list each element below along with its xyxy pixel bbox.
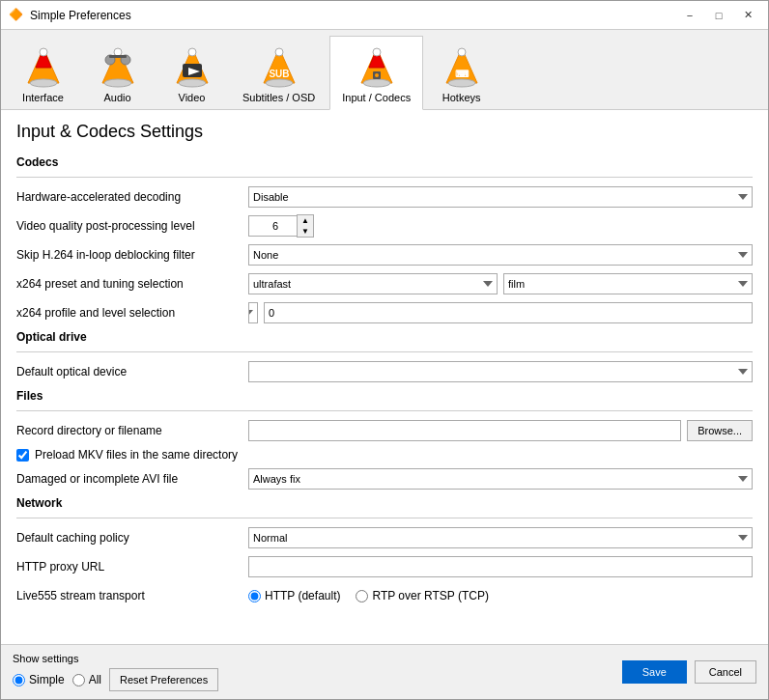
svg-point-16 [266,79,293,87]
page-title: Input & Codecs Settings [16,122,753,142]
skip-h264-select[interactable]: None Non-ref Bidir Non-key All [248,244,753,266]
live555-rtp-radio[interactable] [356,590,368,602]
tab-interface[interactable]: Interface [7,36,79,109]
http-proxy-label: HTTP proxy URL [16,560,248,574]
tab-subtitles[interactable]: SUB Subtitles / OSD [230,36,328,109]
quality-level-row: Video quality post-processing level ▲ ▼ [16,214,753,238]
x264-profile-row: x264 profile and level selection baselin… [16,301,753,324]
settings-radio-row: Simple All Reset Preferences [13,668,218,691]
svg-point-22 [373,48,381,56]
record-dir-input[interactable] [248,420,681,441]
live555-http-option[interactable]: HTTP (default) [248,589,340,602]
svg-point-5 [104,79,131,87]
window-title: Simple Preferences [30,9,677,22]
tab-audio[interactable]: Audio [81,36,154,109]
live555-control: HTTP (default) RTP over RTSP (TCP) [248,589,753,602]
x264-preset-control: ultrafast superfast veryfast faster fast… [248,273,753,294]
x264-profile-label: x264 profile and level selection [16,306,248,320]
live555-row: Live555 stream transport HTTP (default) … [16,584,753,607]
x264-preset-select[interactable]: ultrafast superfast veryfast faster fast… [248,273,498,294]
live555-radio-group: HTTP (default) RTP over RTSP (TCP) [248,589,753,602]
damaged-avi-control: Always fix Ask Never fix [248,468,753,490]
spinbox-down[interactable]: ▼ [298,226,313,237]
damaged-avi-select[interactable]: Always fix Ask Never fix [248,468,753,490]
svg-point-6 [114,48,122,56]
cancel-button[interactable]: Cancel [695,660,756,684]
hw-decoding-select[interactable]: Disable Automatic DirectX Video Accelera… [248,186,753,208]
content-area: Input & Codecs Settings Codecs Hardware-… [1,110,768,644]
record-dir-row: Record directory or filename Browse... [16,419,753,442]
section-optical-header: Optical drive [16,330,753,344]
x264-preset-label: x264 preset and tuning selection [16,277,248,291]
interface-icon [20,42,67,89]
simple-option[interactable]: Simple [13,673,65,686]
section-network-header: Network [16,496,753,510]
caching-policy-row: Default caching policy Normal Custom [16,526,753,549]
svg-point-27 [458,48,466,56]
svg-point-3 [40,48,47,56]
title-bar: 🔶 Simple Preferences − □ ✕ [1,1,768,30]
tab-audio-label: Audio [103,92,130,103]
quality-level-label: Video quality post-processing level [16,219,248,233]
x264-preset-two-col: ultrafast superfast veryfast faster fast… [248,273,753,294]
quality-level-control: ▲ ▼ [248,214,753,238]
skip-h264-label: Skip H.264 in-loop deblocking filter [16,248,248,262]
tab-input-codecs[interactable]: Input / Codecs [329,36,423,110]
all-label: All [89,673,101,686]
tab-video[interactable]: Video [156,36,228,109]
live555-rtp-option[interactable]: RTP over RTSP (TCP) [356,589,488,602]
spinbox-buttons: ▲ ▼ [297,214,314,238]
tab-hotkeys[interactable]: ⌨ Hotkeys [425,36,498,109]
quality-input[interactable] [248,215,297,237]
all-option[interactable]: All [72,673,101,686]
live555-label: Live555 stream transport [16,589,248,602]
hw-decoding-control: Disable Automatic DirectX Video Accelera… [248,186,753,208]
http-proxy-row: HTTP proxy URL [16,555,753,578]
tab-bar: Interface Audio [1,30,768,110]
maximize-button[interactable]: □ [706,6,731,25]
http-proxy-input[interactable] [248,556,753,577]
tab-subtitles-label: Subtitles / OSD [242,92,315,103]
spinbox-up[interactable]: ▲ [298,215,313,226]
subtitles-icon: SUB [256,42,302,89]
skip-h264-row: Skip H.264 in-loop deblocking filter Non… [16,243,753,266]
section-files-header: Files [16,389,753,403]
simple-radio[interactable] [13,674,25,686]
browse-button[interactable]: Browse... [687,420,753,441]
damaged-avi-row: Damaged or incomplete AVI file Always fi… [16,467,753,490]
svg-point-2 [30,79,57,87]
svg-text:⌨: ⌨ [455,69,470,79]
network-divider [16,518,753,518]
live555-http-label: HTTP (default) [265,589,340,602]
reset-button[interactable]: Reset Preferences [109,668,218,691]
svg-point-21 [363,79,390,87]
close-button[interactable]: ✕ [735,6,760,25]
svg-text:SUB: SUB [269,69,289,79]
all-radio[interactable] [72,674,85,686]
preload-mkv-row: Preload MKV files in the same directory [16,448,753,462]
damaged-avi-label: Damaged or incomplete AVI file [16,472,248,486]
x264-preset-row: x264 preset and tuning selection ultrafa… [16,272,753,295]
footer-bar: Show settings Simple All Reset Preferenc… [1,644,768,699]
save-button[interactable]: Save [622,660,687,684]
caching-policy-control: Normal Custom [248,527,753,548]
live555-http-radio[interactable] [248,590,261,602]
window-controls: − □ ✕ [677,6,760,25]
hw-decoding-label: Hardware-accelerated decoding [16,190,248,204]
codecs-divider [16,177,753,178]
optical-device-label: Default optical device [16,365,248,378]
svg-point-17 [275,48,283,56]
x264-profile-select[interactable]: baseline main high [248,302,258,323]
minimize-button[interactable]: − [677,6,702,25]
caching-policy-select[interactable]: Normal Custom [248,527,753,548]
svg-rect-9 [109,55,127,58]
svg-point-12 [188,48,196,56]
x264-tuning-select[interactable]: film animation grain stillimage psnr ssi… [503,273,753,294]
preload-mkv-label: Preload MKV files in the same directory [35,448,238,462]
record-dir-control: Browse... [248,420,753,441]
preload-mkv-checkbox[interactable] [16,449,29,462]
optical-device-row: Default optical device [16,360,753,383]
skip-h264-control: None Non-ref Bidir Non-key All [248,244,753,266]
x264-level-input[interactable] [264,302,753,323]
optical-device-select[interactable] [248,361,753,382]
